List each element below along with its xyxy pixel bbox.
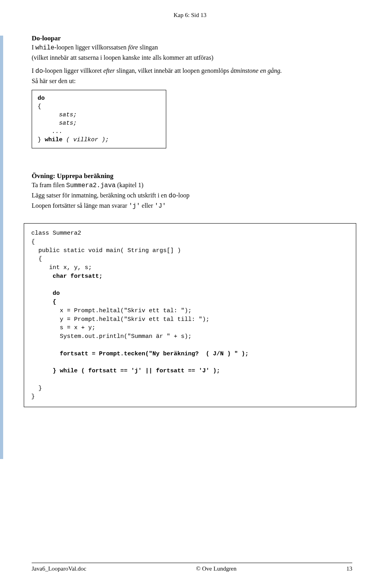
footer-copyright: © Ove Lundgren [196, 565, 236, 572]
page-footer: Java6_LooparoVal.doc © Ove Lundgren 13 [32, 563, 352, 572]
code-box: class Summera2 { public static void main… [24, 223, 356, 407]
para-2: (vilket innebär att satserna i loopen ka… [32, 53, 352, 62]
left-accent-bar [0, 36, 3, 459]
para-3: I do-loopen ligger villkoret efter sling… [32, 66, 352, 76]
section-title-ovning: Övning: Upprepa beräkning [32, 172, 352, 180]
footer-pagenum: 13 [346, 565, 352, 572]
syntax-box: do { sats; sats; ... } while ( villkor )… [32, 90, 166, 148]
footer-filename: Java6_LooparoVal.doc [32, 565, 86, 572]
page-header: Kap 6: Sid 13 [0, 0, 380, 19]
page-content: Do-loopar I while-loopen ligger villkors… [0, 19, 380, 407]
para-4: Så här ser den ut: [32, 77, 352, 85]
section-title-do-loopar: Do-loopar [32, 34, 352, 42]
para-1: I while-loopen ligger villkorssatsen för… [32, 43, 352, 53]
para-7: Loopen fortsätter så länge man svarar 'j… [32, 201, 352, 211]
para-6: Lägg satser för inmatning, beräkning och… [32, 191, 352, 201]
para-5: Ta fram filen Summera2.java (kapitel 1) [32, 181, 352, 190]
